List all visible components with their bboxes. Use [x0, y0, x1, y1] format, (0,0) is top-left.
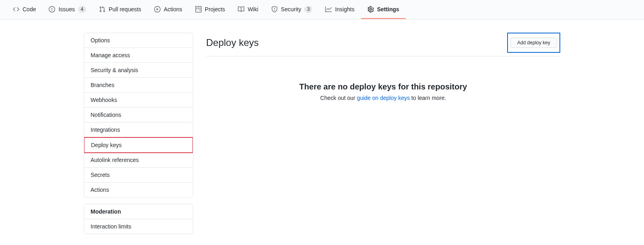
sidebar-item-security-analysis[interactable]: Security & analysis	[84, 63, 193, 78]
sidebar-item-notifications[interactable]: Notifications	[84, 108, 193, 122]
moderation-menu: Moderation Interaction limits	[84, 204, 193, 234]
tab-insights-label: Insights	[335, 6, 354, 12]
blankslate-text: Check out our guide on deploy keys to le…	[219, 95, 547, 101]
tab-security[interactable]: Security 3	[265, 0, 319, 19]
tab-wiki-label: Wiki	[248, 6, 258, 12]
security-counter: 3	[304, 6, 312, 13]
blankslate-heading: There are no deploy keys for this reposi…	[219, 82, 547, 91]
tab-pull-requests[interactable]: Pull requests	[93, 0, 148, 19]
repo-tabnav: Code Issues 4 Pull requests Actions Proj…	[0, 0, 644, 20]
blankslate-suffix: to learn more.	[410, 95, 446, 101]
shield-icon	[271, 6, 278, 12]
sidebar-item-manage-access[interactable]: Manage access	[84, 48, 193, 63]
tab-insights[interactable]: Insights	[319, 0, 361, 19]
tab-actions-label: Actions	[164, 6, 182, 12]
blankslate-prefix: Check out our	[320, 95, 357, 101]
sidebar-item-actions[interactable]: Actions	[84, 183, 193, 197]
sidebar-item-secrets[interactable]: Secrets	[84, 168, 193, 183]
gear-icon	[367, 6, 374, 12]
blankslate: There are no deploy keys for this reposi…	[206, 63, 560, 114]
sidebar-item-deploy-keys[interactable]: Deploy keys	[84, 137, 193, 153]
tab-projects[interactable]: Projects	[189, 0, 232, 19]
book-icon	[238, 6, 244, 12]
tab-wiki[interactable]: Wiki	[231, 0, 264, 19]
tab-actions[interactable]: Actions	[148, 0, 189, 19]
guide-link[interactable]: guide on deploy keys	[357, 95, 410, 101]
project-icon	[195, 6, 202, 12]
sidebar-item-interaction-limits[interactable]: Interaction limits	[84, 219, 193, 234]
code-icon	[13, 6, 19, 12]
moderation-heading: Moderation	[84, 204, 193, 219]
settings-menu: Options Manage access Security & analysi…	[84, 33, 193, 197]
sidebar-item-autolink-references[interactable]: Autolink references	[84, 153, 193, 168]
tab-pulls-label: Pull requests	[109, 6, 141, 12]
tab-settings[interactable]: Settings	[361, 0, 406, 19]
tab-settings-label: Settings	[377, 6, 399, 12]
tab-projects-label: Projects	[205, 6, 225, 12]
tab-code-label: Code	[23, 6, 36, 12]
git-pull-request-icon	[99, 6, 105, 12]
sidebar-item-branches[interactable]: Branches	[84, 78, 193, 93]
subhead: Deploy keys Add deploy key	[206, 33, 560, 56]
issue-icon	[49, 6, 55, 12]
add-deploy-key-button[interactable]: Add deploy key	[510, 37, 557, 48]
page-title: Deploy keys	[206, 37, 259, 48]
tab-issues[interactable]: Issues 4	[42, 0, 92, 19]
tab-code[interactable]: Code	[6, 0, 42, 19]
play-icon	[154, 6, 161, 12]
graph-icon	[325, 6, 332, 12]
settings-content: Options Manage access Security & analysi…	[77, 20, 567, 245]
sidebar-item-options[interactable]: Options	[84, 33, 193, 48]
tab-security-label: Security	[281, 6, 301, 12]
tab-issues-label: Issues	[58, 6, 74, 12]
settings-sidebar: Options Manage access Security & analysi…	[84, 33, 193, 234]
sidebar-item-webhooks[interactable]: Webhooks	[84, 93, 193, 108]
settings-main: Deploy keys Add deploy key There are no …	[206, 33, 560, 234]
issues-counter: 4	[78, 6, 86, 13]
sidebar-item-integrations[interactable]: Integrations	[84, 122, 193, 137]
add-button-highlight: Add deploy key	[507, 33, 560, 53]
